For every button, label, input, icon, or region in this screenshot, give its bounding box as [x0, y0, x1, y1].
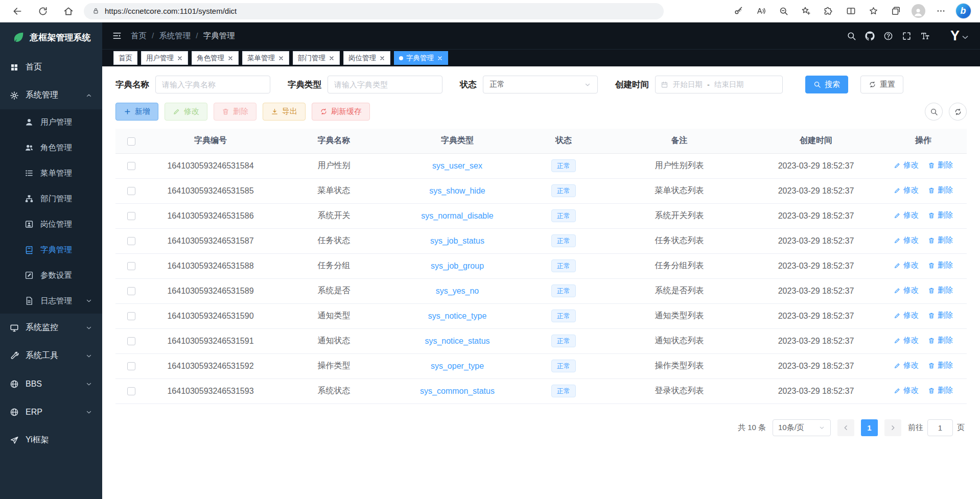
row-checkbox[interactable]	[127, 262, 135, 270]
dict-type-link[interactable]: sys_show_hide	[429, 186, 485, 195]
home-button[interactable]	[58, 2, 79, 20]
delete-row-button[interactable]: 删除	[928, 361, 953, 370]
dict-type-link[interactable]: sys_user_sex	[432, 161, 482, 170]
current-page-button[interactable]: 1	[861, 419, 878, 436]
delete-row-button[interactable]: 删除	[928, 210, 953, 220]
row-checkbox[interactable]	[127, 162, 135, 170]
edit-row-button[interactable]: 修改	[894, 235, 919, 245]
dict-type-link[interactable]: sys_yes_no	[436, 287, 479, 295]
dict-type-link[interactable]: sys_notice_type	[428, 312, 487, 320]
reset-button[interactable]: 重置	[860, 76, 903, 93]
tab-menu-mgmt[interactable]: 菜单管理	[242, 51, 289, 65]
edit-row-button[interactable]: 修改	[894, 336, 919, 345]
delete-row-button[interactable]: 删除	[928, 311, 953, 320]
add-button[interactable]: 新增	[115, 103, 158, 121]
edit-row-button[interactable]: 修改	[894, 210, 919, 220]
tab-dict-mgmt[interactable]: 字典管理	[394, 51, 448, 65]
refresh-table-button[interactable]	[949, 103, 967, 121]
edit-row-button[interactable]: 修改	[894, 160, 919, 170]
status-select[interactable]: 正常	[483, 76, 598, 93]
sidebar-item-home[interactable]: 首页	[0, 53, 102, 81]
next-page-button[interactable]	[884, 419, 901, 436]
sidebar-item-dict-mgmt[interactable]: 字典管理	[0, 237, 102, 263]
hamburger-icon[interactable]	[112, 31, 122, 40]
back-button[interactable]	[7, 2, 28, 20]
date-range-picker[interactable]: 开始日期 - 结束日期	[655, 76, 783, 93]
edit-row-button[interactable]: 修改	[894, 286, 919, 295]
delete-button[interactable]: 删除	[214, 103, 256, 121]
sidebar-item-log-mgmt[interactable]: 日志管理	[0, 288, 102, 314]
delete-row-button[interactable]: 删除	[928, 260, 953, 270]
search-button[interactable]: 搜索	[805, 76, 848, 93]
sidebar-item-role-mgmt[interactable]: 角色管理	[0, 135, 102, 160]
edit-row-button[interactable]: 修改	[894, 260, 919, 270]
search-button[interactable]	[843, 28, 860, 44]
delete-row-button[interactable]: 删除	[928, 235, 953, 245]
sidebar-item-yi-framework[interactable]: Yi框架	[0, 426, 102, 454]
sidebar-item-dept-mgmt[interactable]: 部门管理	[0, 186, 102, 211]
edit-row-button[interactable]: 修改	[894, 386, 919, 395]
question-button[interactable]	[880, 28, 897, 44]
dict-type-input[interactable]	[328, 76, 442, 93]
dict-type-link[interactable]: sys_job_group	[431, 262, 484, 270]
dict-type-link[interactable]: sys_oper_type	[431, 362, 484, 370]
refresh-cache-button[interactable]: 刷新缓存	[312, 103, 370, 121]
user-logo-menu[interactable]: Y	[950, 29, 970, 43]
prev-page-button[interactable]	[837, 419, 854, 436]
read-aloud-button[interactable]	[751, 3, 771, 20]
reload-button[interactable]	[33, 2, 53, 20]
tab-role-mgmt[interactable]: 角色管理	[192, 51, 239, 65]
edit-button[interactable]: 修改	[165, 103, 207, 121]
extensions-button[interactable]	[819, 3, 838, 20]
row-checkbox[interactable]	[127, 312, 135, 320]
delete-row-button[interactable]: 删除	[928, 336, 953, 345]
sidebar-item-post-mgmt[interactable]: 岗位管理	[0, 211, 102, 237]
dict-type-link[interactable]: sys_normal_disable	[421, 211, 493, 220]
delete-row-button[interactable]: 删除	[928, 386, 953, 395]
edit-row-button[interactable]: 修改	[894, 361, 919, 370]
tab-post-mgmt[interactable]: 岗位管理	[343, 51, 390, 65]
breadcrumb-item[interactable]: 系统管理	[159, 31, 191, 41]
sidebar-item-bbs[interactable]: BBS	[0, 370, 102, 398]
github-button[interactable]	[861, 28, 879, 44]
sidebar-item-menu-mgmt[interactable]: 菜单管理	[0, 160, 102, 186]
sidebar-item-system-monitor[interactable]: 系统监控	[0, 314, 102, 342]
favorites-bar-button[interactable]	[864, 3, 883, 20]
font-size-button[interactable]	[917, 28, 934, 44]
dict-name-input[interactable]	[155, 76, 270, 93]
fullscreen-button[interactable]	[898, 28, 916, 44]
row-checkbox[interactable]	[127, 237, 135, 245]
dict-type-link[interactable]: sys_notice_status	[425, 337, 489, 345]
zoom-button[interactable]	[774, 3, 793, 20]
page-size-select[interactable]: 10条/页	[773, 419, 831, 436]
delete-row-button[interactable]: 删除	[928, 286, 953, 295]
row-checkbox[interactable]	[127, 387, 135, 395]
collections-button[interactable]	[886, 3, 905, 20]
tab-user-mgmt[interactable]: 用户管理	[141, 51, 188, 65]
select-all-checkbox[interactable]	[127, 137, 135, 146]
row-checkbox[interactable]	[127, 212, 135, 220]
breadcrumb-item[interactable]: 首页	[131, 31, 147, 41]
more-options-button[interactable]	[931, 3, 950, 20]
sidebar-item-user-mgmt[interactable]: 用户管理	[0, 109, 102, 135]
copilot-button[interactable]: b	[953, 3, 973, 20]
row-checkbox[interactable]	[127, 187, 135, 195]
sidebar-item-system-mgmt[interactable]: 系统管理	[0, 81, 102, 109]
edit-row-button[interactable]: 修改	[894, 185, 919, 195]
row-checkbox[interactable]	[127, 337, 135, 345]
profile-button[interactable]	[908, 3, 928, 20]
delete-row-button[interactable]: 删除	[928, 185, 953, 195]
toggle-search-button[interactable]	[925, 103, 943, 121]
export-button[interactable]: 导出	[263, 103, 306, 121]
dict-type-link[interactable]: sys_common_status	[420, 387, 495, 395]
row-checkbox[interactable]	[127, 362, 135, 370]
favorite-add-button[interactable]	[796, 3, 815, 20]
split-screen-button[interactable]	[841, 3, 860, 20]
sidebar-item-param-settings[interactable]: 参数设置	[0, 263, 102, 288]
sidebar-item-system-tools[interactable]: 系统工具	[0, 342, 102, 370]
goto-page-input[interactable]	[927, 419, 953, 436]
tab-home[interactable]: 首页	[113, 51, 137, 65]
dict-type-link[interactable]: sys_job_status	[430, 236, 484, 245]
app-logo[interactable]: 意框架管理系统	[0, 22, 102, 52]
tab-dept-mgmt[interactable]: 部门管理	[293, 51, 340, 65]
